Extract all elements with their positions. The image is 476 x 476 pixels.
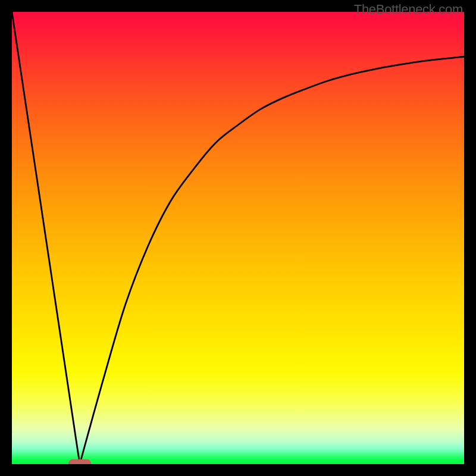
chart-container: TheBottleneck.com [0,0,476,476]
bottleneck-curve [12,12,464,464]
watermark-text: TheBottleneck.com [354,2,463,17]
minimum-marker [68,459,91,465]
plot-area [12,12,464,464]
